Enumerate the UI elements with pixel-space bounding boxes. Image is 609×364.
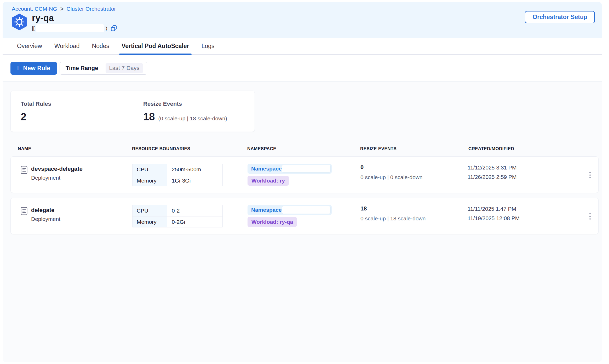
time-range-value: Last 7 Days [106, 63, 143, 73]
resource-boundaries-table: CPU 250m-500m Memory 1Gi-3Gi [132, 164, 223, 186]
created-timestamp: 11/12/2025 3:31 PM [468, 165, 517, 171]
tab-logs[interactable]: Logs [202, 38, 215, 54]
rule-type: Deployment [31, 175, 83, 181]
col-header-namespace: NAMESPACE [247, 146, 276, 151]
breadcrumb-cluster-orchestrator-link[interactable]: Cluster Orchestrator [67, 6, 116, 12]
total-rules-value: 2 [21, 111, 132, 122]
resize-count: 18 [360, 205, 426, 212]
rule-row-devspace-delegate[interactable]: devspace-delegate Deployment CPU 250m-50… [10, 156, 599, 193]
total-rules-label: Total Rules [21, 101, 132, 107]
cluster-id-close-paren: ) [106, 25, 107, 31]
resize-events-stat: Resize Events 18 (0 scale-up | 18 scale-… [132, 91, 255, 132]
cluster-orchestrator-page: Account: CCM-NG > Cluster Orchestrator [3, 2, 602, 362]
breadcrumb: Account: CCM-NG > Cluster Orchestrator [12, 6, 116, 12]
summary-card: Total Rules 2 Resize Events 18 (0 scale-… [10, 91, 255, 132]
breadcrumb-account-link[interactable]: Account: CCM-NG [12, 6, 57, 12]
memory-value: 1Gi-3Gi [167, 175, 222, 186]
memory-label: Memory [133, 175, 167, 186]
memory-value: 0-2Gi [167, 216, 222, 227]
resize-detail: 0 scale-up | 18 scale-down [360, 215, 426, 222]
resize-detail: 0 scale-up | 0 scale-down [360, 174, 423, 180]
chevron-right-icon: > [60, 5, 64, 12]
workload-badge: Workload: ry [248, 176, 289, 186]
cpu-value: 250m-500m [167, 164, 222, 175]
cpu-label: CPU [133, 205, 167, 216]
resize-events-value: 18 [143, 111, 155, 122]
toolbar: + New Rule Time Range Last 7 Days [3, 55, 602, 82]
copy-icon[interactable] [110, 25, 117, 32]
new-rule-button[interactable]: + New Rule [10, 62, 57, 75]
modified-timestamp: 11/26/2025 2:59 PM [468, 174, 517, 180]
rule-name: delegate [31, 207, 60, 214]
cluster-id-text: |[ [32, 25, 35, 31]
tab-overview[interactable]: Overview [17, 38, 42, 54]
time-range-label: Time Range [66, 65, 98, 72]
table-header: NAME RESOURCE BOUNDARIES NAMESPACE RESIZ… [3, 146, 602, 155]
namespace-text: Namespace: l [251, 166, 286, 172]
namespace-redacted [282, 206, 331, 214]
kebab-menu-icon[interactable] [587, 169, 593, 181]
file-text-icon [21, 207, 27, 215]
time-range-selector[interactable]: Time Range Last 7 Days [60, 62, 147, 75]
workload-badge: Workload: ry-qa [248, 217, 297, 227]
namespace-text: Namespace: l [251, 207, 286, 213]
cpu-value: 0-2 [167, 205, 222, 216]
namespace-badge: Namespace: l [248, 205, 332, 215]
tab-nodes[interactable]: Nodes [92, 38, 109, 54]
tab-bar: Overview Workload Nodes Vertical Pod Aut… [3, 38, 602, 55]
col-header-created-modified: CREATED/MODIFIED [468, 146, 514, 151]
resource-boundaries-table: CPU 0-2 Memory 0-2Gi [132, 205, 223, 227]
file-text-icon [21, 166, 27, 174]
new-rule-label: New Rule [23, 65, 50, 72]
modified-timestamp: 11/19/2025 12:08 PM [468, 215, 520, 221]
cpu-label: CPU [133, 164, 167, 175]
col-header-resize-events: RESIZE EVENTS [360, 146, 397, 151]
created-timestamp: 11/11/2025 1:47 PM [468, 206, 520, 212]
memory-label: Memory [133, 216, 167, 227]
page-header: Account: CCM-NG > Cluster Orchestrator [3, 2, 602, 38]
kubernetes-icon [11, 14, 28, 30]
col-header-resource-boundaries: RESOURCE BOUNDARIES [132, 146, 190, 151]
rule-row-delegate[interactable]: delegate Deployment CPU 0-2 Memory 0-2Gi… [10, 198, 599, 234]
rule-type: Deployment [31, 216, 60, 222]
cluster-id-redacted [36, 24, 104, 32]
col-header-name: NAME [18, 146, 31, 151]
tab-workload[interactable]: Workload [54, 38, 80, 54]
resize-count: 0 [360, 164, 423, 171]
time-range-divider [102, 65, 102, 72]
kebab-menu-icon[interactable] [587, 210, 593, 222]
namespace-badge: Namespace: l [248, 164, 332, 174]
page-title: ry-qa [32, 13, 117, 23]
cluster-id-row: |[ ) [32, 24, 117, 32]
resize-events-label: Resize Events [143, 101, 255, 107]
rule-name: devspace-delegate [31, 166, 83, 172]
cluster-title-row: ry-qa |[ ) [11, 13, 117, 32]
total-rules-stat: Total Rules 2 [11, 91, 132, 132]
resize-events-detail: (0 scale-up | 18 scale-down) [158, 115, 227, 122]
namespace-redacted [282, 165, 331, 173]
tab-vertical-pod-autoscaler[interactable]: Vertical Pod AutoScaler [122, 38, 189, 54]
orchestrator-setup-button[interactable]: Orchestrator Setup [525, 11, 595, 23]
